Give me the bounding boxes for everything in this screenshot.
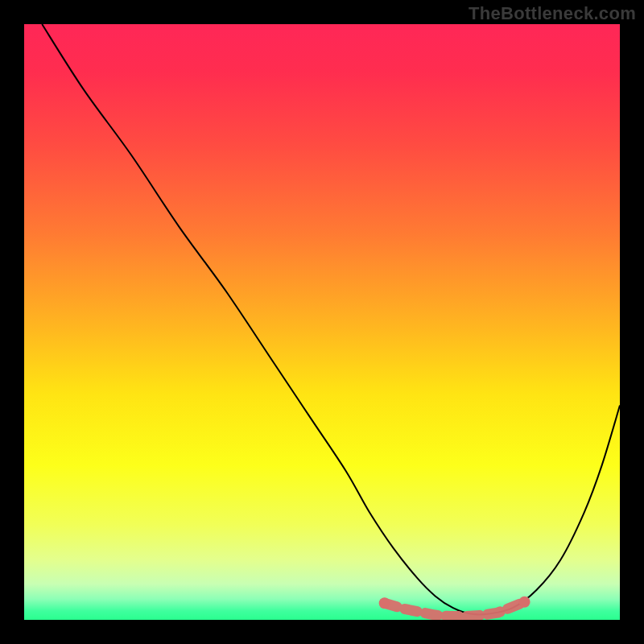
plot-background (24, 24, 620, 620)
marker-dot (519, 597, 530, 608)
watermark-label: TheBottleneck.com (469, 3, 636, 24)
marker-dot (379, 597, 390, 609)
bottleneck-chart (0, 0, 644, 644)
